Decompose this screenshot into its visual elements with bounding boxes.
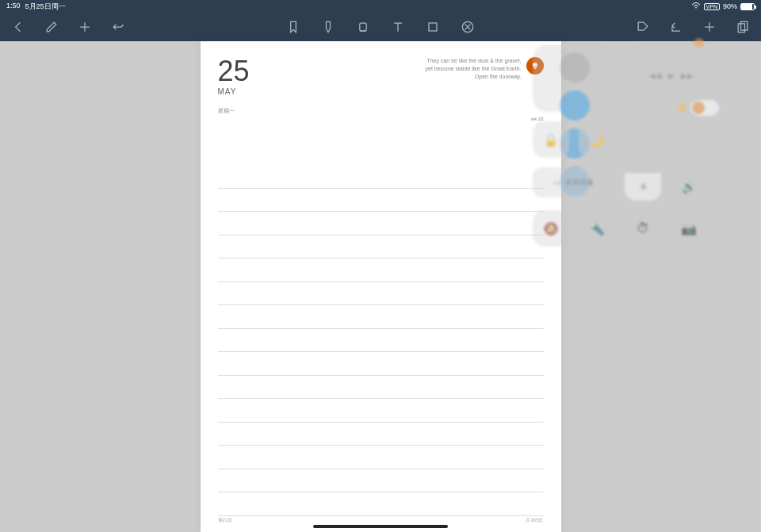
play-icon[interactable]: ▶ bbox=[668, 71, 675, 80]
shape-icon[interactable] bbox=[424, 18, 442, 36]
add-icon[interactable] bbox=[76, 18, 94, 36]
date-block: 25 MAY 星期一 bbox=[218, 57, 250, 115]
next-track-icon[interactable]: ▶▶ bbox=[681, 71, 694, 80]
orientation-lock-toggle[interactable]: 🔒 bbox=[533, 121, 569, 158]
timer-button[interactable]: ⏱ bbox=[625, 210, 661, 247]
volume-slider[interactable]: 🔊 bbox=[671, 121, 707, 201]
date-weekday: 星期一 bbox=[218, 107, 250, 115]
page-footer: 第21页 共365页 bbox=[218, 517, 544, 524]
camera-icon: 📷 bbox=[681, 221, 697, 236]
more-icon[interactable] bbox=[459, 18, 476, 36]
quote-line3: Open the doorway. bbox=[425, 73, 521, 81]
volume-icon: 🔊 bbox=[682, 180, 697, 194]
do-not-disturb-toggle[interactable]: 🌙 bbox=[579, 121, 615, 158]
flashlight-toggle[interactable]: 🔦 bbox=[579, 210, 615, 247]
highlighter-icon[interactable] bbox=[319, 18, 337, 36]
status-bar: 1:50 5月25日周一 VPN 90% bbox=[0, 0, 761, 13]
tag-icon[interactable] bbox=[634, 18, 652, 36]
flashlight-icon: 🔦 bbox=[589, 221, 605, 236]
mirror-label: 屏幕镜像 bbox=[565, 178, 594, 188]
toolbar bbox=[0, 13, 761, 41]
svg-rect-3 bbox=[738, 24, 744, 33]
pages-icon[interactable] bbox=[734, 18, 751, 36]
airplane-toggle[interactable] bbox=[560, 52, 590, 82]
screen-mirror-button[interactable]: ▭ 屏幕镜像 bbox=[533, 167, 614, 197]
media-tile[interactable]: ◀◀ ▶ ▶▶ bbox=[625, 44, 709, 101]
pen-icon[interactable] bbox=[43, 18, 60, 36]
prev-track-icon[interactable]: ◀◀ bbox=[649, 71, 662, 80]
date-month: MAY bbox=[218, 87, 250, 96]
moon-icon: 🌙 bbox=[589, 132, 605, 147]
svg-rect-1 bbox=[429, 23, 437, 31]
status-date: 5月25日周一 bbox=[25, 2, 66, 12]
sun-emoji-icon: ☀️ bbox=[676, 103, 687, 113]
battery-icon bbox=[740, 3, 755, 10]
eraser-icon[interactable] bbox=[354, 18, 372, 36]
text-icon[interactable] bbox=[389, 18, 407, 36]
brightness-icon: ☀ bbox=[638, 180, 648, 194]
svg-rect-4 bbox=[741, 21, 748, 30]
control-center[interactable]: ☀️ ◀◀ ▶ ▶▶ 🔒 🌙 bbox=[533, 44, 731, 256]
footer-left: 第21页 bbox=[218, 517, 233, 524]
note-page[interactable]: 25 MAY 星期一 They can be like the dust & t… bbox=[201, 41, 561, 532]
undo-icon[interactable] bbox=[109, 18, 127, 36]
bookmark-icon[interactable] bbox=[285, 18, 302, 36]
back-icon[interactable] bbox=[10, 18, 27, 36]
vpn-badge: VPN bbox=[704, 3, 720, 10]
rotate-icon[interactable] bbox=[667, 18, 685, 36]
brightness-slider[interactable]: ☀ bbox=[625, 121, 661, 201]
timer-icon: ⏱ bbox=[637, 221, 649, 235]
wifi-icon bbox=[691, 2, 701, 11]
date-day: 25 bbox=[218, 57, 250, 86]
battery-percent: 90% bbox=[723, 2, 737, 10]
ruled-lines[interactable] bbox=[218, 165, 544, 516]
footer-right: 共365页 bbox=[526, 517, 543, 524]
lock-icon: 🔒 bbox=[543, 132, 559, 147]
status-time: 1:50 bbox=[6, 2, 21, 12]
mute-toggle[interactable]: 🔕 bbox=[533, 210, 569, 247]
cellular-toggle[interactable] bbox=[560, 90, 590, 121]
appearance-toggle[interactable] bbox=[690, 100, 719, 116]
svg-rect-0 bbox=[360, 23, 366, 31]
connectivity-tile[interactable] bbox=[533, 44, 616, 112]
quote-block: They can be like the dust & the gravel, … bbox=[425, 57, 543, 80]
camera-button[interactable]: 📷 bbox=[671, 210, 707, 247]
bell-icon: 🔕 bbox=[543, 221, 559, 236]
quote-line1: They can be like the dust & the gravel, bbox=[425, 57, 521, 65]
quote-line2: yet become stable like the Great Earth. bbox=[425, 65, 521, 73]
appearance-toggle-row: ☀️ bbox=[676, 100, 719, 116]
home-indicator[interactable] bbox=[313, 525, 448, 528]
mirror-icon: ▭ bbox=[553, 178, 560, 186]
plus-icon[interactable] bbox=[701, 18, 718, 36]
